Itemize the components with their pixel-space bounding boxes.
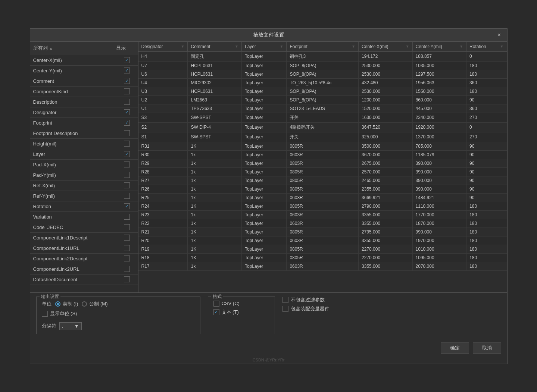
cell-footprint: 0603R: [287, 236, 359, 245]
cell-layer: TopLayer: [241, 132, 286, 142]
cell-footprint: 开关: [287, 132, 359, 142]
cell-centerx: 2570.000: [359, 167, 413, 176]
text-cb-icon: ✓: [213, 309, 219, 315]
list-item[interactable]: Ref-X(mil): [30, 181, 138, 191]
cell-comment: 1K: [188, 202, 242, 210]
list-item[interactable]: Center-Y(mil): [30, 66, 138, 76]
list-item[interactable]: Code_JEDEC: [30, 222, 138, 233]
csv-checkbox[interactable]: CSV (C): [213, 301, 269, 307]
no-filter-checkbox[interactable]: 不包含过滤参数: [282, 297, 501, 303]
cell-layer: TopLayer: [241, 61, 286, 70]
cell-rotation: 180: [466, 61, 507, 70]
cell-footprint: 0805R: [287, 185, 359, 193]
list-item[interactable]: Layer: [30, 149, 138, 160]
list-item[interactable]: Comment: [30, 76, 138, 87]
close-button[interactable]: ×: [495, 31, 503, 39]
cell-rotation: 270: [466, 113, 507, 122]
filter-icon[interactable]: ▼: [406, 44, 409, 48]
list-item-check[interactable]: [116, 255, 138, 261]
column-header-designator[interactable]: Designator ▼: [138, 42, 188, 52]
output-settings-title: 输出设置: [40, 294, 60, 300]
column-header-centerx[interactable]: Center-X(mil) ▼: [359, 42, 413, 52]
list-item[interactable]: ComponentLink2URL: [30, 264, 138, 275]
no-filter-label: 不包含过滤参数: [291, 297, 325, 303]
filter-icon[interactable]: ▼: [459, 44, 463, 48]
ok-button[interactable]: 确定: [441, 342, 469, 354]
cell-footprint: SOT23_5-LEADS: [287, 104, 359, 113]
list-item-check[interactable]: [116, 78, 138, 84]
table-row: U7HCPL0631TopLayerSOP_8(OPA)2530.0001035…: [138, 61, 507, 70]
list-item[interactable]: ComponentKind: [30, 87, 138, 97]
column-header-centery[interactable]: Center-Y(mil) ▼: [412, 42, 466, 52]
list-item-check[interactable]: [116, 214, 138, 220]
list-item-check[interactable]: [116, 193, 138, 199]
list-item[interactable]: Ref-Y(mil): [30, 191, 138, 201]
list-item[interactable]: Designator: [30, 107, 138, 118]
list-item[interactable]: DatasheetDocument: [30, 275, 138, 285]
list-item-check[interactable]: [116, 224, 138, 230]
list-item[interactable]: Pad-Y(mil): [30, 170, 138, 181]
list-item-check[interactable]: [116, 109, 138, 115]
list-item-check[interactable]: [116, 172, 138, 178]
cell-comment: 1k: [188, 185, 242, 193]
imperial-radio-group[interactable]: 英制 (I): [55, 301, 78, 307]
list-item-check[interactable]: [116, 99, 138, 105]
imperial-radio[interactable]: [55, 301, 60, 307]
filter-icon[interactable]: ▼: [500, 44, 504, 48]
list-item-check[interactable]: [116, 88, 138, 94]
list-item-check[interactable]: [116, 182, 138, 188]
assembly-variants-checkbox[interactable]: 包含装配变量器件: [282, 305, 501, 312]
list-item[interactable]: ComponentLink1URL: [30, 243, 138, 254]
list-item-check[interactable]: [116, 266, 138, 272]
list-item-check[interactable]: [116, 276, 138, 282]
filter-icon[interactable]: ▼: [280, 44, 283, 48]
checkmark-icon: [124, 109, 130, 115]
cell-rotation: 270: [466, 132, 507, 142]
show-unit-checkbox[interactable]: 显示单位 (S): [42, 310, 77, 317]
table-container[interactable]: Designator ▼ Comment ▼ Layer ▼ Footprint…: [138, 42, 507, 292]
list-item[interactable]: Rotation: [30, 201, 138, 212]
separator-dropdown[interactable]: . ▼: [59, 322, 82, 330]
metric-radio[interactable]: [82, 301, 87, 307]
list-item-check[interactable]: [116, 68, 138, 73]
column-header-comment[interactable]: Comment ▼: [188, 42, 242, 52]
filter-icon[interactable]: ▼: [235, 44, 238, 48]
list-item-check[interactable]: [116, 130, 138, 136]
checkmark-icon: [124, 78, 130, 84]
cell-footprint: SOP_8(OPA): [287, 70, 359, 78]
list-item[interactable]: Variation: [30, 212, 138, 222]
cell-comment: HCPL0631: [188, 87, 242, 95]
list-item[interactable]: ComponentLink1Descript: [30, 233, 138, 243]
list-item[interactable]: Pad-X(mil): [30, 160, 138, 170]
list-item-check[interactable]: [116, 161, 138, 167]
cell-rotation: 360: [466, 104, 507, 113]
list-item[interactable]: Description: [30, 97, 138, 107]
filter-icon[interactable]: ▼: [181, 44, 185, 48]
filter-icon[interactable]: ▼: [352, 44, 355, 48]
column-label: Footprint: [290, 44, 307, 49]
list-item-name: Designator: [30, 110, 116, 115]
list-item-check[interactable]: [116, 141, 138, 147]
cell-comment: LM2663: [188, 95, 242, 104]
column-header-layer[interactable]: Layer ▼: [241, 42, 286, 52]
column-header-rotation[interactable]: Rotation ▼: [466, 42, 507, 52]
cancel-button[interactable]: 取消: [473, 342, 501, 354]
metric-radio-group[interactable]: 公制 (M): [82, 301, 107, 307]
list-item-check[interactable]: [116, 57, 138, 63]
list-item-check[interactable]: [116, 245, 138, 251]
list-item-check[interactable]: [116, 235, 138, 241]
list-item[interactable]: Footprint Description: [30, 128, 138, 139]
list-item[interactable]: Height(mil): [30, 139, 138, 149]
cell-designator: S2: [138, 122, 188, 132]
cell-comment: SW-SPST: [188, 113, 242, 122]
list-item[interactable]: Footprint: [30, 118, 138, 128]
list-item[interactable]: Center-X(mil): [30, 55, 138, 66]
list-item-check[interactable]: [116, 203, 138, 209]
list-item[interactable]: ComponentLink2Descript: [30, 254, 138, 264]
list-item-check[interactable]: [116, 151, 138, 157]
cell-comment: 1K: [188, 228, 242, 236]
cell-centery: 390.000: [412, 176, 466, 185]
list-item-check[interactable]: [116, 120, 138, 126]
text-checkbox[interactable]: ✓ 文本 (T): [213, 309, 269, 316]
column-header-footprint[interactable]: Footprint ▼: [287, 42, 359, 52]
